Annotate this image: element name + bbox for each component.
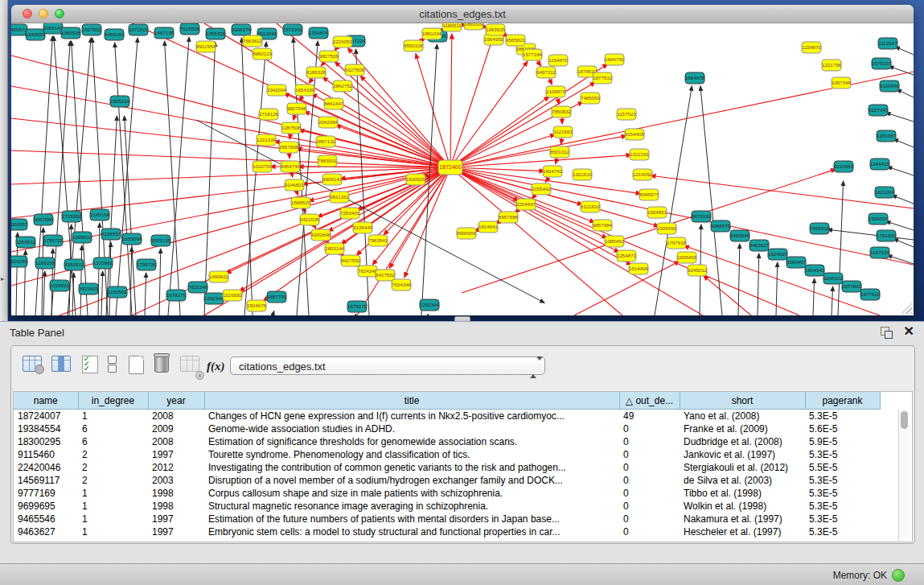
network-node[interactable]: 1877510	[593, 72, 613, 84]
network-node[interactable]: 1287508	[281, 122, 302, 134]
network-node[interactable]: 8096577	[639, 189, 659, 200]
network-node[interactable]: 8427552	[341, 255, 361, 266]
table-row[interactable]: 911546021997Tourette syndrome. Phenomeno…	[14, 448, 880, 461]
select-all-columns-icon[interactable]: ✓✓✓	[82, 356, 103, 377]
network-node[interactable]: 1701650	[877, 230, 897, 241]
network-node[interactable]: 1881034	[422, 28, 442, 39]
network-node[interactable]: 1504676	[247, 300, 267, 311]
network-node[interactable]: 9097588	[34, 214, 54, 225]
network-node[interactable]: 1735992	[62, 211, 82, 222]
network-node[interactable]: 9827509	[319, 51, 339, 62]
network-node[interactable]: 1605493	[677, 252, 697, 263]
network-node[interactable]: 2204697	[516, 199, 536, 210]
network-node[interactable]: 1221339	[257, 134, 277, 146]
network-node[interactable]: 1604342	[805, 265, 825, 276]
network-node[interactable]: 2842752	[333, 80, 353, 92]
network-hub-node[interactable]: 1872400	[438, 160, 462, 175]
close-panel-icon[interactable]: ✕	[904, 324, 914, 339]
table-row[interactable]: 1830029562008Estimation of significance …	[14, 435, 880, 448]
network-node[interactable]: 7625348	[188, 282, 208, 293]
network-node[interactable]: 1797918	[667, 237, 687, 249]
network-node[interactable]: 9242848	[311, 229, 331, 241]
network-node[interactable]: 9245012	[823, 273, 844, 284]
network-node[interactable]: 9857791	[267, 291, 287, 303]
column-header-short[interactable]: short	[680, 392, 805, 410]
network-node[interactable]: 1063625	[486, 24, 506, 35]
network-node[interactable]: 1505493	[657, 223, 677, 234]
table-row[interactable]: 969969511998Structural magnetic resonanc…	[14, 500, 880, 513]
network-node[interactable]: 1814641	[478, 221, 499, 233]
row-height-icon[interactable]	[108, 356, 129, 377]
network-node[interactable]: 9550108	[404, 40, 424, 51]
network-node[interactable]: 9505135	[151, 235, 171, 246]
table-row[interactable]: 1938455462009Genome-wide association stu…	[14, 422, 880, 435]
network-node[interactable]: 1254874	[309, 27, 329, 39]
network-node[interactable]: 1121663	[553, 126, 573, 138]
table-row[interactable]: 946554611997Estimation of the future num…	[14, 513, 880, 525]
network-node[interactable]: 1635094	[122, 233, 142, 245]
new-table-icon[interactable]	[129, 356, 150, 377]
network-node[interactable]: 7663822	[243, 35, 263, 47]
network-node[interactable]: 8912954	[196, 41, 216, 52]
network-node[interactable]: 1643059	[26, 29, 46, 40]
float-panel-icon[interactable]	[881, 327, 892, 338]
network-node[interactable]: 1588520	[291, 197, 311, 208]
network-node[interactable]: 1209387	[877, 130, 897, 142]
function-builder-icon[interactable]: f(x)	[207, 360, 228, 381]
left-splitter-strip[interactable]: ▸	[0, 0, 8, 321]
network-node[interactable]: 7485083	[581, 93, 601, 104]
window-resize-grip[interactable]	[901, 303, 912, 314]
network-node[interactable]: 9463627	[749, 240, 770, 251]
network-node[interactable]: 1250511	[16, 237, 35, 248]
network-node[interactable]: 1795722	[43, 235, 64, 246]
network-node[interactable]: 1654339	[295, 84, 315, 96]
network-node[interactable]: 9146821	[285, 179, 305, 191]
network-node[interactable]: 1150569	[108, 286, 127, 298]
network-node[interactable]: 3915401	[79, 283, 99, 295]
network-node[interactable]: 8957988	[499, 212, 519, 223]
column-header-out_de[interactable]: △ out_de...	[619, 392, 680, 410]
network-node[interactable]: 1254871	[617, 250, 637, 262]
network-node[interactable]: 1678275	[166, 290, 187, 301]
network-node[interactable]: 6497312	[536, 67, 556, 78]
table-row[interactable]: 1456911722003Disruption of a novel membe…	[14, 474, 880, 487]
column-header-year[interactable]: year	[148, 392, 204, 410]
network-node[interactable]: 1292344	[420, 299, 440, 311]
table-row[interactable]: 977716911998Corpus callosum shape and si…	[14, 487, 880, 500]
network-node[interactable]: 1292344	[204, 293, 224, 304]
network-node[interactable]: 1189259	[35, 257, 55, 269]
column-header-in_degree[interactable]: in_degree	[78, 392, 148, 410]
network-node[interactable]: 1467135	[154, 27, 175, 39]
network-node[interactable]: 2020657	[11, 219, 28, 230]
network-node[interactable]: 1869109	[464, 23, 484, 30]
network-node[interactable]: 8501312	[550, 146, 570, 158]
delete-table-icon[interactable]	[154, 356, 175, 377]
column-select-icon[interactable]	[51, 356, 72, 377]
network-node[interactable]: 2342004	[267, 84, 287, 96]
network-node[interactable]: 1322161	[630, 149, 650, 160]
network-node[interactable]: 1145154	[90, 209, 109, 220]
network-node[interactable]: 4238597	[101, 229, 121, 240]
network-node[interactable]: 8454749	[281, 161, 301, 172]
network-node[interactable]: 8960123	[253, 48, 273, 60]
network-node[interactable]: 1321610	[573, 169, 593, 180]
network-node[interactable]: 1516682	[223, 290, 243, 301]
network-node[interactable]: 1024507	[768, 249, 788, 260]
network-node[interactable]: 9245012	[688, 265, 708, 276]
table-settings-icon[interactable]	[23, 356, 43, 377]
network-node[interactable]: 2226053	[333, 36, 353, 47]
network-node[interactable]: 9135449	[353, 222, 373, 233]
network-node[interactable]: 1071915	[129, 24, 149, 35]
network-canvas[interactable]: 2405572164305920691401065528152760284661…	[11, 23, 914, 315]
column-header-pagerank[interactable]: pagerank	[805, 392, 880, 410]
network-node[interactable]: 9465546	[730, 230, 750, 241]
network-node[interactable]: 1604742	[605, 54, 625, 65]
network-node[interactable]: 1055328	[206, 28, 226, 39]
network-node[interactable]: 7515526	[180, 23, 200, 35]
network-node[interactable]: 2026059	[11, 256, 28, 267]
network-node[interactable]: 1154870	[802, 42, 821, 53]
network-node[interactable]: 1664878	[685, 72, 705, 84]
network-window-titlebar[interactable]: citations_edges.txt	[11, 5, 914, 23]
network-node[interactable]: 1621064	[875, 187, 895, 198]
table-select-dropdown[interactable]: citations_edges.txt	[230, 356, 545, 375]
